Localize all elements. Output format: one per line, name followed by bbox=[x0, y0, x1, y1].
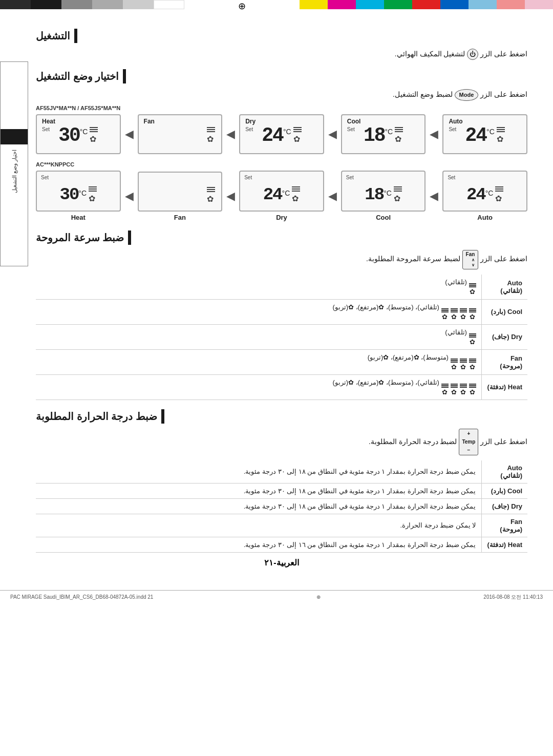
panel-label-auto-2: Auto bbox=[442, 214, 527, 221]
footer-file-info: PAC MIRAGE Saudi_IBIM_AR_CS6_DB68-04872A… bbox=[10, 594, 153, 600]
fan-mode-cool-name: Cool (بارد) bbox=[481, 299, 527, 324]
temp-mode-fan-desc: لا يمكن ضبط درجة الحرارة. bbox=[36, 514, 481, 537]
temp-mode-dry-desc: يمكن ضبط درجة الحرارة بمقدار ١ درجة مئوي… bbox=[36, 498, 481, 514]
fan-icon-dry-2: ✿ bbox=[292, 194, 300, 203]
panels-row-2: Set 30 °C ✿ Heat ◀ bbox=[36, 171, 527, 221]
section1-header: التشغيل bbox=[36, 29, 527, 43]
fan-row-auto: Auto (تلقائي) ✿ (تلقائي) bbox=[36, 275, 527, 300]
lcd-number-cool-1: 18 bbox=[364, 124, 385, 146]
fan-mode-dry-name: Dry (جاف) bbox=[481, 324, 527, 349]
fan-icon-fan-1: ✿ bbox=[207, 134, 215, 144]
panel-auto-2: Set 24 °C ✿ bbox=[442, 171, 527, 212]
footer-compass: ⊕ bbox=[316, 594, 321, 600]
fan-row-heat: Heat (تدفئة) ✿ ✿ ✿ bbox=[36, 374, 527, 400]
section3-title: ضبط سرعة المروحة bbox=[36, 232, 124, 244]
page-number: العربية-٢١ bbox=[36, 558, 527, 568]
panel-set-heat-1: Set bbox=[42, 127, 50, 132]
temp-mode-auto-name: Auto (تلقائي) bbox=[481, 460, 527, 484]
fan-icon-fan-2: ✿ bbox=[207, 194, 215, 204]
fan-speed-table: Auto (تلقائي) ✿ (تلقائي) Cool (بارد) bbox=[36, 275, 527, 400]
temp-row-auto: Auto (تلقائي) يمكن ضبط درجة الحرارة بمقد… bbox=[36, 460, 527, 484]
panel-label-heat-2: Heat bbox=[36, 214, 121, 221]
fan-icon-auto-1: ✿ bbox=[497, 134, 505, 144]
section4-instruction: اضغط على الزر + Temp − لضبط درجة الحرارة… bbox=[36, 429, 527, 455]
fan-icon-auto-2: ✿ bbox=[495, 194, 503, 203]
section1-title: التشغيل bbox=[36, 30, 70, 42]
arrow-1: ◀ bbox=[125, 128, 134, 141]
section2-instruction: اضغط على الزر Mode لضبط وضع التشغيل. bbox=[36, 89, 527, 101]
arrow-6: ◀ bbox=[226, 190, 235, 203]
model-code-2: AC***KNPPCC bbox=[36, 161, 527, 167]
panel-set-auto-1: Set bbox=[449, 127, 456, 132]
temp-table: Auto (تلقائي) يمكن ضبط درجة الحرارة بمقد… bbox=[36, 460, 527, 553]
temp-mode-fan-name: Fan (مروحة) bbox=[481, 514, 527, 537]
temp-mode-dry-name: Dry (جاف) bbox=[481, 498, 527, 514]
temp-mode-heat-name: Heat (تدفئة) bbox=[481, 537, 527, 552]
panel-set-auto-2: Set bbox=[448, 175, 455, 180]
panel-col-heat-2: Set 30 °C ✿ Heat bbox=[36, 171, 121, 221]
panel-auto-1: Auto Set 24 °C ✿ bbox=[442, 114, 527, 154]
temp-mode-auto-desc: يمكن ضبط درجة الحرارة بمقدار ١ درجة مئوي… bbox=[36, 460, 481, 484]
footer-date-info: 2016-08-08 오전 11:40:13 bbox=[483, 594, 543, 601]
panel-cool-1: Cool Set 18 °C ✿ bbox=[341, 114, 426, 154]
temp-mode-heat-desc: يمكن ضبط درجة الحرارة بمقدار ١ درجة مئوي… bbox=[36, 537, 481, 552]
lcd-number-auto-1: 24 bbox=[465, 124, 487, 146]
temp-mode-cool-name: Cool (بارد) bbox=[481, 483, 527, 498]
temp-button-icon[interactable]: + Temp − bbox=[459, 429, 478, 455]
fan-row-fan: Fan (مروحة) ✿ ✿ ✿ bbox=[36, 349, 527, 374]
panel-mode-dry-1: Dry bbox=[245, 118, 256, 125]
fan-icon-cool-1: ✿ bbox=[395, 134, 403, 144]
fan-updown-button[interactable]: Fan∧∨ bbox=[462, 250, 479, 269]
panel-mode-cool-1: Cool bbox=[347, 118, 361, 125]
fan-mode-fan-name: Fan (مروحة) bbox=[481, 349, 527, 374]
section4-header: ضبط درجة الحرارة المطلوبة bbox=[36, 409, 527, 424]
fan-mode-fan-desc: ✿ ✿ ✿ (متوسط)، ✿(مرتفع)، ✿(تربو) bbox=[36, 349, 481, 374]
fan-icon-dry-1: ✿ bbox=[293, 134, 302, 144]
panel-mode-auto-1: Auto bbox=[449, 118, 462, 125]
panel-set-dry-1: Set bbox=[245, 127, 253, 132]
color-bar-top: ⊕ bbox=[0, 0, 553, 9]
panel-fan-1: Fan ✿ bbox=[138, 114, 223, 154]
model-code-1: AF55JV*MA**N / AF55JS*MA**N bbox=[36, 105, 527, 111]
lcd-number-heat-2: 30 bbox=[60, 185, 79, 204]
section1-instruction: اضغط على الزر ⏻ لتشغيل المكيف الهوائي. bbox=[36, 48, 527, 60]
panel-heat-1: Heat Set 30 °C ✿ bbox=[36, 114, 121, 154]
panel-cool-2: Set 18 °C ✿ bbox=[341, 171, 426, 212]
lcd-number-heat-1: 30 bbox=[58, 124, 80, 146]
fan-icon-heat-1: ✿ bbox=[90, 134, 98, 144]
section2-title: اختيار وضع التشغيل bbox=[36, 70, 119, 82]
fan-mode-cool-desc: ✿ ✿ ✿ ✿ bbox=[36, 299, 481, 324]
section4-title: ضبط درجة الحرارة المطلوبة bbox=[36, 410, 157, 423]
section3-instruction: اضغط على الزر Fan∧∨ لضبط سرعة المروحة ال… bbox=[36, 250, 527, 269]
arrow-5: ◀ bbox=[125, 190, 134, 203]
fan-row-cool: Cool (بارد) ✿ ✿ ✿ bbox=[36, 299, 527, 324]
temp-mode-cool-desc: يمكن ضبط درجة الحرارة بمقدار ١ درجة مئوي… bbox=[36, 483, 481, 498]
panel-dry-2: Set 24 °C ✿ bbox=[239, 171, 324, 212]
section2-header: اختيار وضع التشغيل bbox=[36, 69, 527, 83]
fan-icon-heat-2: ✿ bbox=[89, 194, 97, 203]
panel-mode-heat-1: Heat bbox=[42, 118, 55, 125]
panel-label-dry-2: Dry bbox=[239, 214, 324, 221]
fan-mode-auto-desc: ✿ (تلقائي) bbox=[36, 275, 481, 300]
arrow-7: ◀ bbox=[328, 190, 337, 203]
fan-mode-auto-name: Auto (تلقائي) bbox=[481, 275, 527, 300]
mode-button-icon[interactable]: Mode bbox=[455, 89, 479, 101]
panel-col-dry-2: Set 24 °C ✿ Dry bbox=[239, 171, 324, 221]
section3-header: ضبط سرعة المروحة bbox=[36, 230, 527, 245]
panel-label-fan-2: Fan bbox=[138, 214, 223, 221]
page-footer: PAC MIRAGE Saudi_IBIM_AR_CS6_DB68-04872A… bbox=[0, 590, 553, 604]
lcd-number-cool-2: 18 bbox=[365, 185, 384, 204]
temp-row-fan: Fan (مروحة) لا يمكن ضبط درجة الحرارة. bbox=[36, 514, 527, 537]
fan-mode-dry-desc: ✿ (تلقائي) bbox=[36, 324, 481, 349]
panel-col-fan-2: ✿ Fan bbox=[138, 172, 223, 221]
panel-set-cool-1: Set bbox=[347, 127, 355, 132]
power-button-icon[interactable]: ⏻ bbox=[467, 49, 478, 60]
fan-mode-heat-name: Heat (تدفئة) bbox=[481, 374, 527, 400]
lcd-number-dry-2: 24 bbox=[263, 185, 282, 204]
temp-row-heat: Heat (تدفئة) يمكن ضبط درجة الحرارة بمقدا… bbox=[36, 537, 527, 552]
arrow-8: ◀ bbox=[430, 190, 438, 203]
panel-set-heat-2: Set bbox=[41, 175, 49, 180]
fan-row-dry: Dry (جاف) ✿ (تلقائي) bbox=[36, 324, 527, 349]
fan-mode-heat-desc: ✿ ✿ ✿ ✿ bbox=[36, 374, 481, 400]
fan-icon-cool-2: ✿ bbox=[394, 194, 402, 203]
